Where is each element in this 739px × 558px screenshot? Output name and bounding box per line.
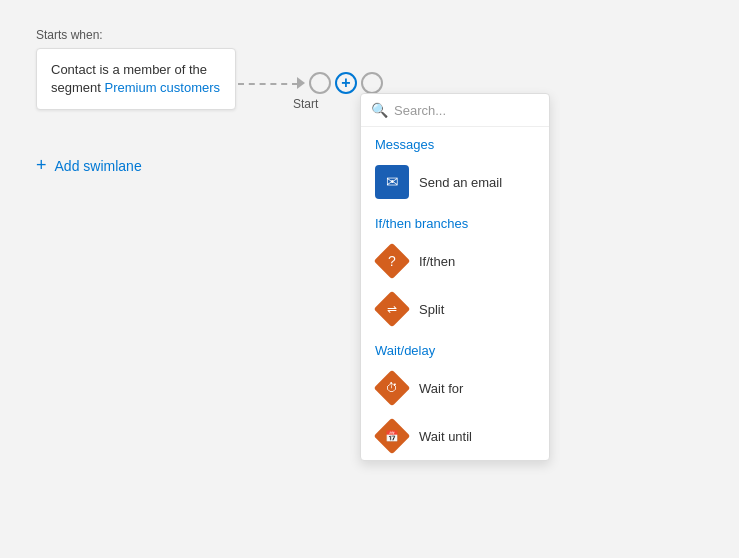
send-email-label: Send an email: [419, 175, 502, 190]
section-messages: Messages: [361, 127, 549, 158]
ifthen-icon: ?: [375, 244, 409, 278]
add-swimlane-button[interactable]: + Add swimlane: [36, 155, 142, 176]
add-swimlane-label: Add swimlane: [55, 158, 142, 174]
send-email-icon: ✉: [375, 165, 409, 199]
starts-when-label: Starts when:: [36, 28, 103, 42]
search-input[interactable]: [394, 103, 539, 118]
circle-node-start: [309, 72, 331, 94]
section-waitdelay: Wait/delay: [361, 333, 549, 364]
action-ifthen[interactable]: ? If/then: [361, 237, 549, 285]
section-ifthen: If/then branches: [361, 206, 549, 237]
search-icon: 🔍: [371, 102, 388, 118]
dashed-line: [238, 83, 298, 85]
plus-icon: +: [36, 155, 47, 176]
wait-for-label: Wait for: [419, 381, 463, 396]
action-wait-until[interactable]: 📅 Wait until: [361, 412, 549, 460]
split-icon: ⇌: [375, 292, 409, 326]
arrow-head: [297, 77, 305, 89]
trigger-link[interactable]: Premium customers: [104, 80, 220, 95]
circle-node-plus[interactable]: +: [335, 72, 357, 94]
start-label: Start: [293, 97, 318, 111]
connector: +: [238, 72, 383, 94]
trigger-card: Contact is a member of the segment Premi…: [36, 48, 236, 110]
action-wait-for[interactable]: ⏱ Wait for: [361, 364, 549, 412]
action-split[interactable]: ⇌ Split: [361, 285, 549, 333]
wait-until-icon: 📅: [375, 419, 409, 453]
wait-for-icon: ⏱: [375, 371, 409, 405]
action-dropdown: 🔍 Messages ✉ Send an email If/then branc…: [360, 93, 550, 461]
split-label: Split: [419, 302, 444, 317]
search-bar: 🔍: [361, 94, 549, 127]
canvas: Starts when: Contact is a member of the …: [0, 0, 739, 558]
panel-content[interactable]: Messages ✉ Send an email If/then branche…: [361, 127, 549, 460]
ifthen-label: If/then: [419, 254, 455, 269]
circle-node-end: [361, 72, 383, 94]
action-send-email[interactable]: ✉ Send an email: [361, 158, 549, 206]
wait-until-label: Wait until: [419, 429, 472, 444]
